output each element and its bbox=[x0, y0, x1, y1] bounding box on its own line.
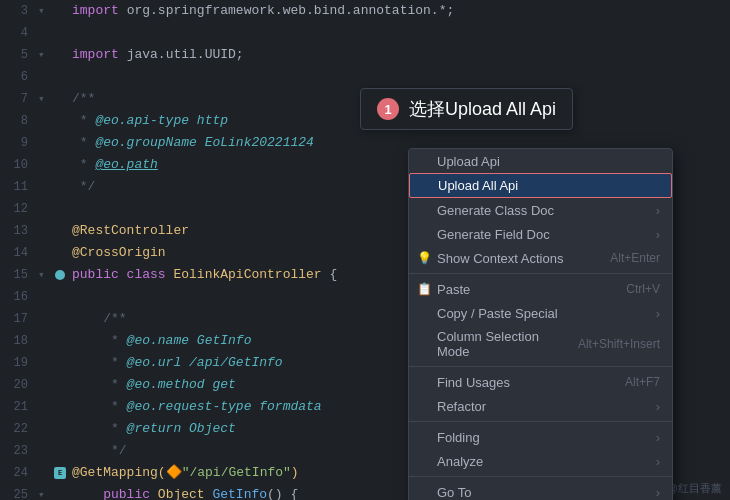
submenu-arrow: › bbox=[656, 430, 660, 445]
menu-item-upload-all-api-label: Upload All Api bbox=[438, 178, 518, 193]
submenu-arrow: › bbox=[656, 227, 660, 242]
lightbulb-icon: 💡 bbox=[417, 251, 432, 265]
tooltip-text: 选择Upload All Api bbox=[409, 97, 556, 121]
code-line-6: 6 bbox=[0, 66, 730, 88]
submenu-arrow: › bbox=[656, 306, 660, 321]
menu-item-folding-label: Folding bbox=[437, 430, 480, 445]
menu-item-generate-field-doc-label: Generate Field Doc bbox=[437, 227, 550, 242]
menu-item-copy-paste-special[interactable]: Copy / Paste Special › bbox=[409, 301, 672, 325]
menu-item-folding[interactable]: Folding › bbox=[409, 425, 672, 449]
tooltip-badge: 1 bbox=[377, 98, 399, 120]
column-selection-shortcut: Alt+Shift+Insert bbox=[558, 337, 660, 351]
menu-item-upload-all-api[interactable]: Upload All Api bbox=[409, 173, 672, 198]
menu-item-refactor-label: Refactor bbox=[437, 399, 486, 414]
menu-separator-4 bbox=[409, 476, 672, 477]
menu-item-upload-api[interactable]: Upload Api bbox=[409, 149, 672, 173]
menu-separator-1 bbox=[409, 273, 672, 274]
menu-separator-3 bbox=[409, 421, 672, 422]
menu-item-column-selection-mode[interactable]: Column Selection Mode Alt+Shift+Insert bbox=[409, 325, 672, 363]
fold-icon-5[interactable]: ▾ bbox=[38, 44, 52, 66]
menu-item-upload-api-label: Upload Api bbox=[437, 154, 500, 169]
paste-icon: 📋 bbox=[417, 282, 432, 296]
menu-item-show-context-actions-label: Show Context Actions bbox=[437, 251, 563, 266]
run-gutter-15[interactable] bbox=[52, 264, 68, 286]
submenu-arrow: › bbox=[656, 399, 660, 414]
menu-item-go-to-label: Go To bbox=[437, 485, 471, 500]
code-line-3: 3 ▾ import org.springframework.web.bind.… bbox=[0, 0, 730, 22]
menu-item-analyze[interactable]: Analyze › bbox=[409, 449, 672, 473]
eol-gutter-24[interactable]: E bbox=[52, 462, 68, 484]
fold-icon-3[interactable]: ▾ bbox=[38, 0, 52, 22]
fold-icon-15[interactable]: ▾ bbox=[38, 264, 52, 286]
menu-item-generate-class-doc-label: Generate Class Doc bbox=[437, 203, 554, 218]
fold-icon-25[interactable]: ▾ bbox=[38, 484, 52, 500]
fold-icon-7[interactable]: ▾ bbox=[38, 88, 52, 110]
menu-item-paste[interactable]: 📋 Paste Ctrl+V bbox=[409, 277, 672, 301]
submenu-arrow: › bbox=[656, 203, 660, 218]
menu-item-copy-paste-special-label: Copy / Paste Special bbox=[437, 306, 558, 321]
menu-item-column-selection-mode-label: Column Selection Mode bbox=[437, 329, 558, 359]
menu-item-show-context-actions[interactable]: 💡 Show Context Actions Alt+Enter bbox=[409, 246, 672, 270]
submenu-arrow: › bbox=[656, 485, 660, 500]
menu-item-refactor[interactable]: Refactor › bbox=[409, 394, 672, 418]
menu-separator-2 bbox=[409, 366, 672, 367]
menu-item-generate-class-doc[interactable]: Generate Class Doc › bbox=[409, 198, 672, 222]
menu-item-find-usages[interactable]: Find Usages Alt+F7 bbox=[409, 370, 672, 394]
tooltip-banner: 1 选择Upload All Api bbox=[360, 88, 573, 130]
show-context-actions-shortcut: Alt+Enter bbox=[590, 251, 660, 265]
paste-shortcut: Ctrl+V bbox=[606, 282, 660, 296]
code-line-4: 4 bbox=[0, 22, 730, 44]
menu-item-paste-label: Paste bbox=[437, 282, 470, 297]
find-usages-shortcut: Alt+F7 bbox=[605, 375, 660, 389]
menu-item-analyze-label: Analyze bbox=[437, 454, 483, 469]
submenu-arrow: › bbox=[656, 454, 660, 469]
menu-item-go-to[interactable]: Go To › bbox=[409, 480, 672, 500]
context-menu: Upload Api Upload All Api Generate Class… bbox=[408, 148, 673, 500]
code-line-5: 5 ▾ import java.util.UUID; bbox=[0, 44, 730, 66]
menu-item-generate-field-doc[interactable]: Generate Field Doc › bbox=[409, 222, 672, 246]
menu-item-find-usages-label: Find Usages bbox=[437, 375, 510, 390]
